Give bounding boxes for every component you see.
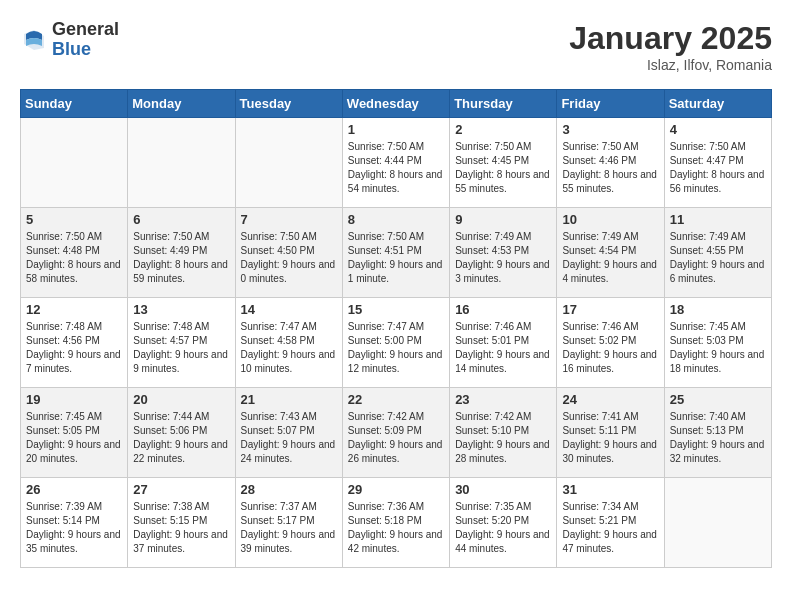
calendar-cell: 27Sunrise: 7:38 AM Sunset: 5:15 PM Dayli… [128, 478, 235, 568]
day-info: Sunrise: 7:50 AM Sunset: 4:48 PM Dayligh… [26, 230, 122, 286]
day-info: Sunrise: 7:46 AM Sunset: 5:02 PM Dayligh… [562, 320, 658, 376]
day-info: Sunrise: 7:41 AM Sunset: 5:11 PM Dayligh… [562, 410, 658, 466]
calendar-cell: 28Sunrise: 7:37 AM Sunset: 5:17 PM Dayli… [235, 478, 342, 568]
weekday-header-sunday: Sunday [21, 90, 128, 118]
calendar-cell: 5Sunrise: 7:50 AM Sunset: 4:48 PM Daylig… [21, 208, 128, 298]
day-info: Sunrise: 7:49 AM Sunset: 4:55 PM Dayligh… [670, 230, 766, 286]
calendar-cell: 9Sunrise: 7:49 AM Sunset: 4:53 PM Daylig… [450, 208, 557, 298]
calendar-cell: 7Sunrise: 7:50 AM Sunset: 4:50 PM Daylig… [235, 208, 342, 298]
day-info: Sunrise: 7:34 AM Sunset: 5:21 PM Dayligh… [562, 500, 658, 556]
logo-text: General Blue [52, 20, 119, 60]
weekday-header-row: SundayMondayTuesdayWednesdayThursdayFrid… [21, 90, 772, 118]
day-number: 26 [26, 482, 122, 497]
day-number: 27 [133, 482, 229, 497]
calendar-cell: 19Sunrise: 7:45 AM Sunset: 5:05 PM Dayli… [21, 388, 128, 478]
day-info: Sunrise: 7:49 AM Sunset: 4:53 PM Dayligh… [455, 230, 551, 286]
calendar-cell: 11Sunrise: 7:49 AM Sunset: 4:55 PM Dayli… [664, 208, 771, 298]
day-info: Sunrise: 7:45 AM Sunset: 5:03 PM Dayligh… [670, 320, 766, 376]
calendar-cell: 15Sunrise: 7:47 AM Sunset: 5:00 PM Dayli… [342, 298, 449, 388]
day-info: Sunrise: 7:49 AM Sunset: 4:54 PM Dayligh… [562, 230, 658, 286]
calendar-cell: 16Sunrise: 7:46 AM Sunset: 5:01 PM Dayli… [450, 298, 557, 388]
day-number: 3 [562, 122, 658, 137]
day-info: Sunrise: 7:42 AM Sunset: 5:10 PM Dayligh… [455, 410, 551, 466]
day-info: Sunrise: 7:47 AM Sunset: 4:58 PM Dayligh… [241, 320, 337, 376]
weekday-header-monday: Monday [128, 90, 235, 118]
day-info: Sunrise: 7:37 AM Sunset: 5:17 PM Dayligh… [241, 500, 337, 556]
week-row-5: 26Sunrise: 7:39 AM Sunset: 5:14 PM Dayli… [21, 478, 772, 568]
day-info: Sunrise: 7:42 AM Sunset: 5:09 PM Dayligh… [348, 410, 444, 466]
day-info: Sunrise: 7:48 AM Sunset: 4:57 PM Dayligh… [133, 320, 229, 376]
day-number: 24 [562, 392, 658, 407]
day-info: Sunrise: 7:47 AM Sunset: 5:00 PM Dayligh… [348, 320, 444, 376]
day-number: 19 [26, 392, 122, 407]
day-number: 10 [562, 212, 658, 227]
month-year: January 2025 [569, 20, 772, 57]
day-info: Sunrise: 7:38 AM Sunset: 5:15 PM Dayligh… [133, 500, 229, 556]
calendar-cell: 17Sunrise: 7:46 AM Sunset: 5:02 PM Dayli… [557, 298, 664, 388]
title-block: January 2025 Islaz, Ilfov, Romania [569, 20, 772, 73]
day-info: Sunrise: 7:50 AM Sunset: 4:44 PM Dayligh… [348, 140, 444, 196]
calendar-cell [128, 118, 235, 208]
day-number: 14 [241, 302, 337, 317]
day-number: 18 [670, 302, 766, 317]
day-info: Sunrise: 7:36 AM Sunset: 5:18 PM Dayligh… [348, 500, 444, 556]
calendar-cell: 18Sunrise: 7:45 AM Sunset: 5:03 PM Dayli… [664, 298, 771, 388]
calendar-cell: 14Sunrise: 7:47 AM Sunset: 4:58 PM Dayli… [235, 298, 342, 388]
location: Islaz, Ilfov, Romania [569, 57, 772, 73]
day-info: Sunrise: 7:48 AM Sunset: 4:56 PM Dayligh… [26, 320, 122, 376]
weekday-header-tuesday: Tuesday [235, 90, 342, 118]
calendar-cell: 1Sunrise: 7:50 AM Sunset: 4:44 PM Daylig… [342, 118, 449, 208]
day-number: 9 [455, 212, 551, 227]
calendar-cell: 29Sunrise: 7:36 AM Sunset: 5:18 PM Dayli… [342, 478, 449, 568]
day-number: 1 [348, 122, 444, 137]
calendar-cell: 24Sunrise: 7:41 AM Sunset: 5:11 PM Dayli… [557, 388, 664, 478]
day-info: Sunrise: 7:35 AM Sunset: 5:20 PM Dayligh… [455, 500, 551, 556]
day-number: 17 [562, 302, 658, 317]
weekday-header-wednesday: Wednesday [342, 90, 449, 118]
calendar-cell: 8Sunrise: 7:50 AM Sunset: 4:51 PM Daylig… [342, 208, 449, 298]
day-info: Sunrise: 7:44 AM Sunset: 5:06 PM Dayligh… [133, 410, 229, 466]
day-info: Sunrise: 7:50 AM Sunset: 4:50 PM Dayligh… [241, 230, 337, 286]
calendar-cell: 4Sunrise: 7:50 AM Sunset: 4:47 PM Daylig… [664, 118, 771, 208]
day-info: Sunrise: 7:39 AM Sunset: 5:14 PM Dayligh… [26, 500, 122, 556]
calendar-cell: 26Sunrise: 7:39 AM Sunset: 5:14 PM Dayli… [21, 478, 128, 568]
day-number: 7 [241, 212, 337, 227]
day-number: 30 [455, 482, 551, 497]
logo-general: General [52, 19, 119, 39]
calendar-cell: 21Sunrise: 7:43 AM Sunset: 5:07 PM Dayli… [235, 388, 342, 478]
week-row-1: 1Sunrise: 7:50 AM Sunset: 4:44 PM Daylig… [21, 118, 772, 208]
day-number: 12 [26, 302, 122, 317]
day-number: 22 [348, 392, 444, 407]
week-row-4: 19Sunrise: 7:45 AM Sunset: 5:05 PM Dayli… [21, 388, 772, 478]
calendar-cell [664, 478, 771, 568]
calendar: SundayMondayTuesdayWednesdayThursdayFrid… [20, 89, 772, 568]
calendar-cell: 23Sunrise: 7:42 AM Sunset: 5:10 PM Dayli… [450, 388, 557, 478]
day-number: 8 [348, 212, 444, 227]
calendar-cell [235, 118, 342, 208]
day-number: 4 [670, 122, 766, 137]
day-number: 25 [670, 392, 766, 407]
day-number: 28 [241, 482, 337, 497]
calendar-cell: 13Sunrise: 7:48 AM Sunset: 4:57 PM Dayli… [128, 298, 235, 388]
logo-icon [20, 26, 48, 54]
day-number: 15 [348, 302, 444, 317]
day-info: Sunrise: 7:46 AM Sunset: 5:01 PM Dayligh… [455, 320, 551, 376]
calendar-cell: 12Sunrise: 7:48 AM Sunset: 4:56 PM Dayli… [21, 298, 128, 388]
weekday-header-saturday: Saturday [664, 90, 771, 118]
week-row-3: 12Sunrise: 7:48 AM Sunset: 4:56 PM Dayli… [21, 298, 772, 388]
page-header: General Blue January 2025 Islaz, Ilfov, … [20, 20, 772, 73]
day-info: Sunrise: 7:50 AM Sunset: 4:45 PM Dayligh… [455, 140, 551, 196]
calendar-cell: 22Sunrise: 7:42 AM Sunset: 5:09 PM Dayli… [342, 388, 449, 478]
day-number: 21 [241, 392, 337, 407]
calendar-cell [21, 118, 128, 208]
day-info: Sunrise: 7:40 AM Sunset: 5:13 PM Dayligh… [670, 410, 766, 466]
day-info: Sunrise: 7:45 AM Sunset: 5:05 PM Dayligh… [26, 410, 122, 466]
day-number: 16 [455, 302, 551, 317]
day-number: 5 [26, 212, 122, 227]
weekday-header-thursday: Thursday [450, 90, 557, 118]
calendar-cell: 6Sunrise: 7:50 AM Sunset: 4:49 PM Daylig… [128, 208, 235, 298]
day-number: 29 [348, 482, 444, 497]
day-info: Sunrise: 7:43 AM Sunset: 5:07 PM Dayligh… [241, 410, 337, 466]
day-number: 2 [455, 122, 551, 137]
calendar-cell: 3Sunrise: 7:50 AM Sunset: 4:46 PM Daylig… [557, 118, 664, 208]
